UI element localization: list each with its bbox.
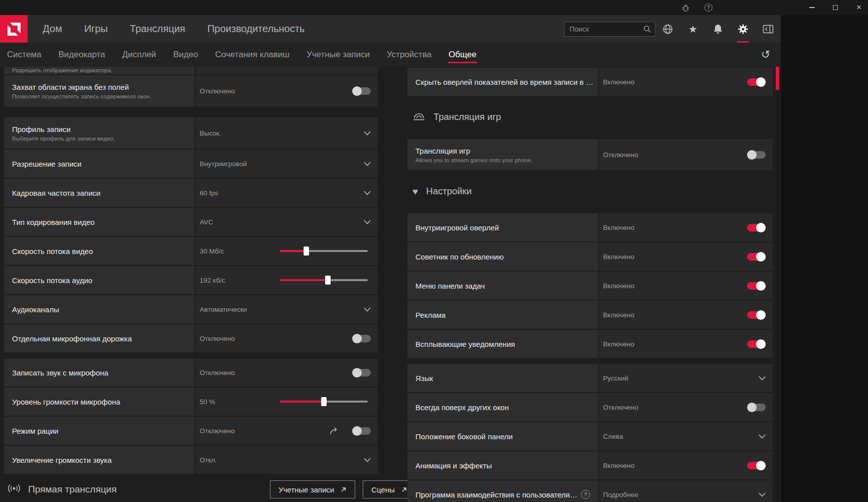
chevron-down-icon[interactable] xyxy=(759,434,766,439)
reset-icon[interactable]: ↺ xyxy=(757,43,775,67)
setting-sub: Позволяет осуществлять запись содержимог… xyxy=(12,93,195,99)
microphone-group: Записать звук с микрофона Отключено Уров… xyxy=(4,358,378,474)
setting-row-popup-notifications: Всплывающие уведомления Включено xyxy=(407,330,773,358)
setting-row-ads: Реклама Включено xyxy=(407,301,773,329)
toggle-push-to-talk[interactable] xyxy=(352,427,371,435)
bug-report-icon[interactable] xyxy=(677,0,693,15)
toggle-animation-effects[interactable] xyxy=(747,462,766,469)
antenna-icon xyxy=(412,111,425,123)
tab-hotkeys[interactable]: Сочетания клавиш xyxy=(215,43,290,67)
setting-sub: Разрешить отображение индикатора. xyxy=(12,67,195,73)
dropdown[interactable]: Высок. xyxy=(196,117,378,149)
slider-thumb[interactable] xyxy=(325,276,331,285)
chevron-down-icon[interactable] xyxy=(364,220,371,224)
chevron-down-icon[interactable] xyxy=(364,458,371,462)
help-glyph: ? xyxy=(704,4,712,12)
external-arrow-icon xyxy=(340,486,347,493)
setting-row-ingame-overlay: Внутриигровой оверлей Включено xyxy=(407,213,773,241)
setting-row-recording-fps: Кадровая частота записи 60 fps xyxy=(4,179,378,207)
toggle-taskbar-menu[interactable] xyxy=(747,282,766,290)
mic-volume-slider[interactable] xyxy=(280,397,368,406)
setting-row-video-encoding-type: Тип кодирования видео AVC xyxy=(4,208,378,236)
accounts-button[interactable]: Учетные записи xyxy=(270,480,355,498)
tab-system[interactable]: Система xyxy=(7,43,41,67)
chevron-down-icon[interactable] xyxy=(364,307,371,312)
nav-item-games[interactable]: Игры xyxy=(84,23,108,35)
setting-row-animation-effects: Анимация и эффекты Включено xyxy=(407,451,773,479)
search-icon[interactable] xyxy=(643,25,651,35)
setting-row-upgrade-advisor: Советник по обновлению Включено xyxy=(407,242,773,271)
audio-bitrate-slider[interactable] xyxy=(280,276,368,285)
toggle-borderless-capture[interactable] xyxy=(352,87,371,95)
chevron-down-icon[interactable] xyxy=(364,131,371,136)
live-stream-section: Прямая трансляция Учетные записи Сцены xyxy=(4,480,378,499)
nav-item-home[interactable]: Дом xyxy=(43,23,62,35)
nav-item-streaming[interactable]: Трансляция xyxy=(130,23,185,35)
chevron-down-icon[interactable] xyxy=(364,162,371,166)
minimize-icon xyxy=(809,7,815,8)
sidebar-toggle-icon[interactable] xyxy=(756,15,781,43)
dropdown[interactable]: Подробнее xyxy=(599,480,773,502)
toggle-ads[interactable] xyxy=(747,311,766,319)
toggle-game-streaming[interactable] xyxy=(747,151,766,159)
toggle-popup-notifications[interactable] xyxy=(747,340,766,348)
globe-icon[interactable] xyxy=(655,15,680,43)
close-button[interactable]: × xyxy=(851,0,867,15)
dropdown[interactable]: 60 fps xyxy=(196,179,378,207)
setting-row-audio-bitrate: Скорость потока аудио 192 кб/с xyxy=(4,266,378,294)
bell-icon[interactable] xyxy=(705,15,731,43)
nav-item-performance[interactable]: Производительность xyxy=(207,23,305,35)
setting-row-clipped: Разрешить отображение индикатора. xyxy=(4,67,378,74)
slider-thumb[interactable] xyxy=(321,397,327,406)
external-arrow-icon xyxy=(401,486,407,493)
star-icon[interactable]: ★ xyxy=(680,15,705,43)
heart-icon: ♥ xyxy=(412,187,418,196)
setting-row-borderless-capture: Захват области экрана без полей Позволяе… xyxy=(4,75,378,106)
tab-display[interactable]: Дисплей xyxy=(122,43,157,67)
dropdown[interactable]: Слева xyxy=(599,422,773,450)
collapsed-side-panel xyxy=(781,15,868,502)
help-icon[interactable]: ? xyxy=(581,490,590,499)
tab-video[interactable]: Видео xyxy=(173,43,198,67)
scrollbar-thumb[interactable] xyxy=(776,67,779,90)
tab-general[interactable]: Общее xyxy=(449,43,477,67)
setting-row-recording-profile: Профиль записи Выберите профиль для запи… xyxy=(4,117,378,149)
tab-gpu[interactable]: Видеокарта xyxy=(58,43,105,67)
settings-content: Разрешить отображение индикатора. Захват… xyxy=(0,67,781,502)
help-icon[interactable]: ? xyxy=(700,0,716,15)
section-header-game-streaming: Трансляция игр xyxy=(407,107,773,127)
titlebar: ? × xyxy=(0,0,868,15)
setting-row-video-bitrate: Скорость потока видео 30 Мб/с xyxy=(4,237,378,265)
tab-accounts[interactable]: Учетные записи xyxy=(307,43,370,67)
chevron-down-icon[interactable] xyxy=(759,376,766,381)
dropdown[interactable]: Автоматически xyxy=(196,295,378,323)
scrollbar[interactable] xyxy=(776,67,779,502)
tab-devices[interactable]: Устройства xyxy=(387,43,431,67)
toggle-hide-overlay[interactable] xyxy=(747,78,766,86)
toggle-separate-mic-track[interactable] xyxy=(352,335,371,342)
search-box xyxy=(564,22,655,37)
live-stream-icon xyxy=(7,483,21,496)
hotkey-arrow-icon[interactable] xyxy=(329,427,339,435)
toggle-always-on-top[interactable] xyxy=(747,404,766,411)
amd-logo xyxy=(0,15,28,43)
dropdown[interactable]: AVC xyxy=(196,208,378,236)
gear-icon[interactable] xyxy=(731,15,756,43)
settings-tabbar: Система Видеокарта Дисплей Видео Сочетан… xyxy=(0,43,781,67)
toggle-ingame-overlay[interactable] xyxy=(747,224,766,231)
chevron-down-icon[interactable] xyxy=(759,492,766,497)
dropdown[interactable]: Внутриигровой xyxy=(196,150,378,178)
toggle-upgrade-advisor[interactable] xyxy=(747,253,766,261)
chevron-down-icon[interactable] xyxy=(364,191,371,195)
setting-row-record-mic: Записать звук с микрофона Отключено xyxy=(4,358,378,387)
setting-row-audio-channels: Аудиоканалы Автоматически xyxy=(4,295,378,323)
setting-label-cell: Разрешить отображение индикатора. xyxy=(4,67,195,74)
slider-thumb[interactable] xyxy=(304,246,309,256)
video-bitrate-slider[interactable] xyxy=(280,246,368,256)
toggle-record-mic[interactable] xyxy=(352,369,371,376)
dropdown[interactable]: Русский xyxy=(599,364,773,392)
section-title: Прямая трансляция xyxy=(28,484,116,495)
dropdown[interactable]: Откл. xyxy=(196,446,378,474)
minimize-button[interactable] xyxy=(804,0,820,15)
maximize-button[interactable] xyxy=(827,0,843,15)
